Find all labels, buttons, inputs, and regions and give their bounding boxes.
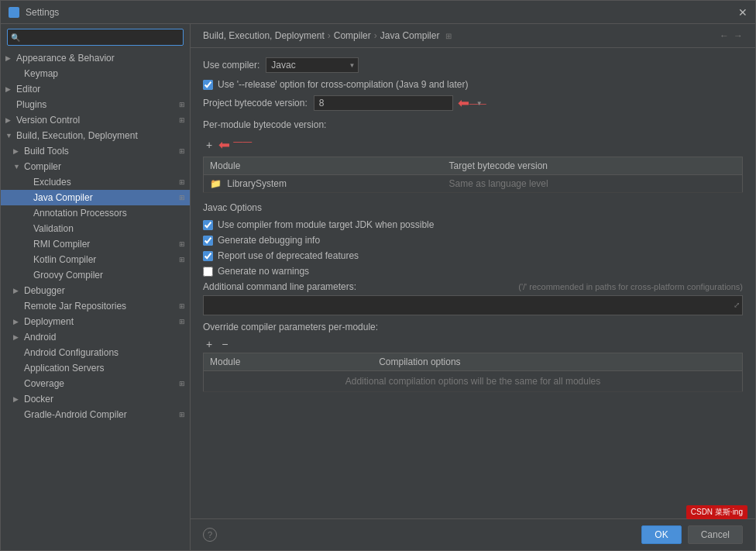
sidebar-item-gradle-android[interactable]: Gradle-Android Compiler ⊞: [1, 407, 190, 422]
sidebar-item-java-compiler[interactable]: Java Compiler ⊞: [1, 190, 190, 205]
breadcrumb-sep: ›: [328, 30, 331, 41]
sidebar-item-groovy-compiler[interactable]: Groovy Compiler: [1, 267, 190, 283]
nav-back[interactable]: ←: [720, 30, 729, 41]
sidebar-item-docker[interactable]: ▶ Docker: [1, 391, 190, 407]
sidebar-item-label: Keymap: [24, 68, 185, 79]
cancel-button[interactable]: Cancel: [688, 525, 743, 544]
javac-options-section: Javac Options Use compiler from module t…: [203, 202, 743, 277]
search-input[interactable]: [7, 29, 184, 46]
override-label: Override compiler parameters per-module:: [203, 322, 378, 332]
red-arrow-annotation: ⬅: [458, 95, 469, 112]
expand-params-icon[interactable]: ⤢: [734, 301, 740, 309]
table-row[interactable]: 📁 LibrarySystem Same as language level: [204, 175, 743, 193]
nav-forward[interactable]: →: [734, 30, 743, 41]
settings-window: Settings ✕ 🔍 ▶ Appearance & Behavior Key…: [0, 0, 756, 551]
arrow-line-add: ——: [233, 136, 252, 153]
sidebar-item-kotlin-compiler[interactable]: Kotlin Compiler ⊞: [1, 252, 190, 267]
override-hint-row: Additional compilation options will be t…: [204, 371, 743, 392]
javac-option-checkbox-0[interactable]: [203, 220, 213, 230]
bytecode-version-row: Project bytecode version: ▼ ⬅ ——: [203, 95, 743, 112]
external-icon: ⊞: [179, 101, 185, 108]
add-override-button[interactable]: +: [203, 339, 215, 350]
breadcrumb-bar: Build, Execution, Deployment › Compiler …: [191, 24, 755, 48]
arrow-line: ——: [469, 98, 486, 108]
external-icon: ⊞: [179, 256, 185, 263]
additional-params-input[interactable]: [203, 295, 743, 315]
use-compiler-select[interactable]: Javac Eclipse Ajc: [266, 57, 359, 73]
sidebar-item-plugins[interactable]: Plugins ⊞: [1, 97, 190, 112]
sidebar-item-build-tools[interactable]: ▶ Build Tools ⊞: [1, 143, 190, 159]
javac-option-row-2: Report use of deprecated features: [203, 250, 743, 261]
sidebar-item-rmi-compiler[interactable]: RMI Compiler ⊞: [1, 236, 190, 252]
red-arrow-add: ⬅: [218, 136, 230, 153]
sidebar-item-build-exec[interactable]: ▼ Build, Execution, Deployment: [1, 128, 190, 143]
use-compiler-select-wrapper: Javac Eclipse Ajc ▼: [266, 57, 359, 73]
sidebar-item-label: Validation: [33, 223, 185, 234]
override-options-col: Compilation options: [373, 353, 742, 371]
footer-left: ?: [203, 528, 217, 542]
sidebar-item-label: Deployment: [24, 316, 176, 327]
expand-icon: ▶: [5, 116, 16, 124]
breadcrumb-part-3[interactable]: Java Compiler: [380, 30, 440, 41]
sidebar-item-android-configs[interactable]: Android Configurations: [1, 345, 190, 360]
module-table: Module Target bytecode version 📁 Library…: [203, 157, 743, 193]
sidebar-item-version-control[interactable]: ▶ Version Control ⊞: [1, 112, 190, 128]
ok-button[interactable]: OK: [641, 525, 681, 544]
sidebar-item-annotation-processors[interactable]: Annotation Processors: [1, 205, 190, 221]
sidebar-item-debugger[interactable]: ▶ Debugger: [1, 283, 190, 298]
sidebar-item-android[interactable]: ▶ Android: [1, 329, 190, 345]
sidebar-tree: ▶ Appearance & Behavior Keymap ▶ Editor …: [1, 50, 190, 550]
sidebar-item-label: Groovy Compiler: [33, 270, 185, 281]
breadcrumb: Build, Execution, Deployment › Compiler …: [203, 30, 452, 41]
sidebar-item-app-servers[interactable]: Application Servers: [1, 360, 190, 376]
javac-section-title: Javac Options: [203, 202, 743, 213]
release-option-row: Use '--release' option for cross-compila…: [203, 79, 743, 90]
add-module-button[interactable]: +: [203, 136, 215, 153]
javac-option-row-0: Use compiler from module target JDK when…: [203, 219, 743, 230]
external-icon: ⊞: [179, 116, 185, 124]
main-content: 🔍 ▶ Appearance & Behavior Keymap ▶ Edito…: [1, 24, 755, 550]
sidebar-item-keymap[interactable]: Keymap: [1, 66, 190, 81]
javac-option-label-2: Report use of deprecated features: [218, 250, 359, 261]
breadcrumb-part-1[interactable]: Build, Execution, Deployment: [203, 30, 325, 41]
additional-params-label: Additional command line parameters:: [203, 281, 356, 292]
sidebar-item-excludes[interactable]: Excludes ⊞: [1, 174, 190, 190]
external-icon: ⊞: [179, 302, 185, 310]
sidebar-item-label: Android: [24, 332, 185, 343]
release-option-label: Use '--release' option for cross-compila…: [218, 79, 468, 90]
module-version-cell: Same as language level: [443, 175, 743, 193]
bytecode-version-input[interactable]: [314, 95, 453, 111]
remove-override-button[interactable]: −: [218, 339, 231, 350]
content-area: Use compiler: Javac Eclipse Ajc ▼ Use '-…: [191, 48, 755, 518]
sidebar-item-validation[interactable]: Validation: [1, 221, 190, 236]
sidebar-item-label: Docker: [24, 394, 185, 405]
javac-option-checkbox-2[interactable]: [203, 251, 213, 261]
close-button[interactable]: ✕: [738, 6, 747, 19]
sidebar-item-label: Plugins: [16, 99, 176, 110]
sidebar-item-appearance[interactable]: ▶ Appearance & Behavior: [1, 50, 190, 66]
javac-option-checkbox-1[interactable]: [203, 236, 213, 246]
release-option-checkbox[interactable]: [203, 80, 213, 90]
sidebar: 🔍 ▶ Appearance & Behavior Keymap ▶ Edito…: [1, 24, 191, 550]
sidebar-item-compiler[interactable]: ▼ Compiler: [1, 159, 190, 174]
sidebar-item-remote-jar[interactable]: Remote Jar Repositories ⊞: [1, 298, 190, 314]
help-button[interactable]: ?: [203, 528, 217, 542]
footer-buttons: OK Cancel: [641, 525, 743, 544]
sidebar-item-label: RMI Compiler: [33, 239, 176, 250]
javac-option-checkbox-3[interactable]: [203, 267, 213, 277]
per-module-label: Per-module bytecode version:: [203, 119, 326, 130]
override-section: Override compiler parameters per-module:…: [203, 322, 743, 392]
search-icon: 🔍: [11, 33, 20, 42]
use-compiler-label: Use compiler:: [203, 60, 259, 71]
title-bar: Settings ✕: [1, 1, 755, 24]
sidebar-item-coverage[interactable]: Coverage ⊞: [1, 376, 190, 391]
search-box: 🔍: [7, 29, 184, 46]
sidebar-item-editor[interactable]: ▶ Editor: [1, 81, 190, 97]
version-col-header: Target bytecode version: [443, 157, 743, 175]
breadcrumb-part-2[interactable]: Compiler: [334, 30, 371, 41]
override-table-toolbar: + −: [203, 339, 743, 350]
override-module-col: Module: [204, 353, 373, 371]
sidebar-item-label: Editor: [16, 84, 185, 95]
sidebar-item-deployment[interactable]: ▶ Deployment ⊞: [1, 314, 190, 329]
use-compiler-row: Use compiler: Javac Eclipse Ajc ▼: [203, 57, 743, 73]
